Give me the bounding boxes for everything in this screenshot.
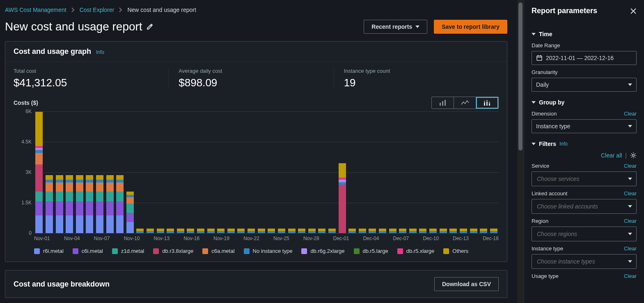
legend-item[interactable]: c6i.metal: [73, 248, 103, 254]
filter-input[interactable]: [536, 258, 625, 265]
recent-reports-button[interactable]: Recent reports: [364, 20, 427, 34]
chart-type-stacked-button[interactable]: [476, 97, 498, 109]
bar[interactable]: [126, 192, 134, 233]
filter-clear[interactable]: Clear: [624, 218, 637, 224]
filter-select[interactable]: [532, 199, 637, 214]
bar[interactable]: [369, 229, 376, 233]
save-library-button[interactable]: Save to report library: [434, 20, 507, 34]
bar[interactable]: [449, 229, 457, 233]
filter-select[interactable]: [532, 254, 637, 269]
gear-icon[interactable]: [630, 152, 637, 159]
legend-item[interactable]: c6a.metal: [202, 248, 234, 254]
download-csv-button[interactable]: Download as CSV: [434, 277, 499, 291]
bar[interactable]: [288, 229, 296, 233]
bar[interactable]: [66, 175, 73, 233]
bar[interactable]: [490, 229, 497, 233]
granularity-select[interactable]: Daily: [532, 78, 637, 92]
bar[interactable]: [258, 229, 265, 233]
chart-type-line-button[interactable]: [454, 97, 476, 109]
section-groupby[interactable]: Group by: [532, 99, 637, 106]
bar[interactable]: [237, 229, 245, 233]
legend-item[interactable]: r6i.metal: [34, 248, 64, 254]
filter-clear[interactable]: Clear: [624, 245, 637, 252]
bar[interactable]: [147, 229, 154, 233]
filter-select[interactable]: [532, 227, 637, 241]
legend-label: z1d.metal: [121, 248, 144, 254]
section-time[interactable]: Time: [532, 31, 637, 37]
x-tick: [110, 236, 117, 241]
x-tick: Dec-07: [393, 236, 409, 241]
dimension-select[interactable]: Instance type: [532, 119, 637, 133]
bar[interactable]: [278, 229, 285, 233]
breadcrumb-mid[interactable]: Cost Explorer: [80, 7, 115, 13]
bar[interactable]: [268, 229, 275, 233]
bar[interactable]: [56, 175, 63, 233]
bar[interactable]: [389, 229, 396, 233]
bar[interactable]: [328, 229, 336, 233]
filter-clear[interactable]: Clear: [624, 190, 637, 197]
graph-info-link[interactable]: Info: [96, 49, 104, 55]
bar[interactable]: [207, 229, 215, 233]
bar[interactable]: [157, 229, 164, 233]
bar[interactable]: [46, 175, 53, 233]
bar[interactable]: [136, 229, 144, 233]
bar[interactable]: [470, 229, 477, 233]
bar[interactable]: [308, 229, 316, 233]
filter-clear[interactable]: Clear: [624, 163, 637, 169]
bar[interactable]: [318, 229, 325, 233]
filter-select[interactable]: [532, 171, 637, 186]
bar[interactable]: [248, 229, 255, 233]
breadcrumb-root[interactable]: AWS Cost Management: [5, 7, 66, 13]
bar[interactable]: [419, 229, 426, 233]
dimension-clear[interactable]: Clear: [624, 111, 637, 117]
filter-input[interactable]: [536, 230, 625, 238]
x-tick: [416, 236, 423, 241]
edit-icon[interactable]: [147, 23, 153, 30]
legend-item[interactable]: z1d.metal: [112, 248, 144, 254]
legend-item[interactable]: db.r5.xlarge: [397, 248, 435, 254]
bar[interactable]: [460, 229, 467, 233]
filter-input[interactable]: [536, 203, 625, 210]
bar[interactable]: [399, 229, 406, 233]
legend-item[interactable]: Others: [443, 248, 468, 254]
chart-type-bar-button[interactable]: [432, 97, 454, 109]
bar[interactable]: [86, 175, 93, 233]
bar[interactable]: [227, 229, 235, 233]
bar[interactable]: [480, 229, 487, 233]
bar[interactable]: [359, 229, 366, 233]
bar[interactable]: [197, 229, 204, 233]
bar[interactable]: [298, 229, 305, 233]
section-filters[interactable]: Filters Info: [532, 141, 637, 147]
filter-input[interactable]: [536, 175, 625, 183]
filters-clear-all[interactable]: Clear all: [601, 152, 622, 159]
bar[interactable]: [187, 229, 194, 233]
bar[interactable]: [106, 175, 114, 233]
x-tick: Nov-28: [303, 236, 319, 241]
bar[interactable]: [96, 175, 103, 233]
bar[interactable]: [348, 229, 356, 233]
close-icon[interactable]: [630, 8, 637, 14]
legend-item[interactable]: db.r6g.2xlarge: [301, 248, 344, 254]
bar[interactable]: [167, 229, 174, 233]
date-range-picker[interactable]: 2022-11-01 — 2022-12-16: [532, 51, 637, 65]
main-scrollbar[interactable]: [517, 0, 524, 303]
filters-info-link[interactable]: Info: [559, 141, 568, 147]
legend-item[interactable]: No instance type: [244, 248, 293, 254]
legend-label: No instance type: [253, 248, 293, 254]
bar[interactable]: [177, 229, 184, 233]
y-tick: 6K: [15, 109, 32, 114]
legend-item[interactable]: db.r5.large: [354, 248, 388, 254]
legend-item[interactable]: db.r3.8xlarge: [153, 248, 193, 254]
bar[interactable]: [379, 229, 386, 233]
bar[interactable]: [339, 163, 346, 233]
bar[interactable]: [440, 229, 447, 233]
caret-down-icon: [628, 260, 632, 263]
bar[interactable]: [116, 175, 124, 233]
caret-down-icon: [628, 125, 632, 127]
filter-clear[interactable]: Clear: [624, 273, 637, 279]
bar[interactable]: [35, 112, 43, 233]
bar[interactable]: [76, 175, 83, 233]
bar[interactable]: [429, 229, 437, 233]
bar[interactable]: [409, 229, 417, 233]
bar[interactable]: [217, 229, 225, 233]
